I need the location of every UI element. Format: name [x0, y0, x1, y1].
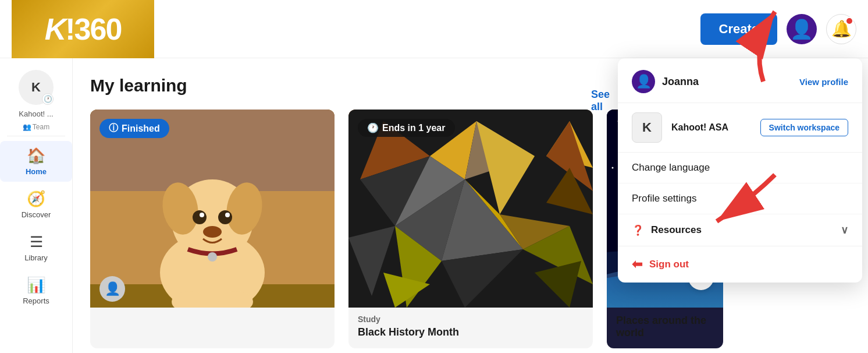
dropdown-header: 👤 Joanna View profile: [618, 58, 862, 103]
workspace-team: 👥 Team: [23, 123, 49, 131]
workspace-name: Kahoot! ASA: [671, 122, 751, 133]
switch-workspace-button[interactable]: Switch workspace: [760, 119, 848, 136]
card-2-category: Study: [358, 315, 584, 324]
dropdown-user-info: 👤 Joanna: [632, 70, 699, 93]
sign-out-icon: ⬅: [632, 257, 642, 272]
change-language-label: Change language: [632, 162, 710, 174]
puppy-svg: [90, 110, 335, 308]
sidebar-divider: [7, 136, 65, 136]
card-2-footer: Study Black History Month: [348, 308, 593, 348]
profile-settings-item[interactable]: Profile settings: [618, 183, 862, 214]
profile-settings-label: Profile settings: [632, 193, 697, 204]
svg-point-9: [200, 213, 204, 217]
create-button[interactable]: Create: [700, 13, 777, 45]
avatar-person-icon: 👤: [636, 74, 652, 89]
team-icon: 👥: [23, 123, 31, 131]
card-1-badge: ⓘ Finished: [99, 119, 169, 138]
resources-label: Resources: [651, 224, 702, 236]
svg-point-11: [203, 226, 222, 238]
card-1[interactable]: ⓘ Finished 👤: [90, 110, 335, 348]
logo[interactable]: K!360: [12, 0, 154, 58]
card-1-image: [90, 110, 335, 308]
resources-item[interactable]: ❓ Resources ∨: [618, 214, 862, 246]
card-2-badge: 🕐 Ends in 1 year: [358, 119, 455, 137]
svg-point-7: [193, 210, 207, 224]
dropdown-username: Joanna: [662, 76, 699, 88]
svg-point-10: [225, 213, 230, 217]
info-icon: ⓘ: [109, 122, 118, 135]
sign-out-item[interactable]: ⬅ Sign out: [618, 246, 862, 283]
card-3-footer: Places around the world: [607, 308, 723, 348]
card-2[interactable]: 🕐 Ends in 1 year Study Black History Mon…: [348, 110, 593, 348]
chevron-down-icon: ∨: [841, 224, 848, 236]
discover-icon: 🧭: [27, 190, 45, 208]
workspace-badge[interactable]: K 🕐: [19, 70, 54, 105]
header-right: Create 👤 🔔: [700, 13, 856, 45]
help-icon: ❓: [632, 224, 644, 236]
reports-icon: 📊: [27, 276, 45, 294]
library-label: Library: [24, 253, 48, 262]
workspace-section: K Kahoot! ASA Switch workspace: [618, 103, 862, 153]
origami-svg: [348, 110, 593, 308]
notification-badge: [845, 17, 853, 25]
card-2-name: Black History Month: [358, 326, 584, 338]
sidebar: K 🕐 Kahoot! ... 👥 Team 🏠 Home 🧭 Discover…: [0, 58, 73, 353]
workspace-initial: K: [31, 80, 41, 95]
clock-icon: 🕐: [367, 122, 379, 133]
header: K!360 Create 👤 🔔: [0, 0, 868, 58]
notifications-button[interactable]: 🔔: [826, 14, 856, 44]
library-icon: ☰: [30, 233, 43, 251]
sign-out-label: Sign out: [649, 259, 689, 270]
reports-label: Reports: [23, 296, 49, 305]
change-language-item[interactable]: Change language: [618, 153, 862, 183]
view-profile-link[interactable]: View profile: [799, 77, 848, 87]
resources-left: ❓ Resources: [632, 224, 702, 236]
dropdown-avatar-icon: 👤: [632, 70, 655, 93]
workspace-clock-icon: 🕐: [42, 93, 54, 105]
sidebar-item-library[interactable]: ☰ Library: [0, 227, 72, 268]
svg-point-8: [218, 210, 232, 224]
workspace-name: Kahoot! ...: [19, 110, 53, 118]
card-3-name: Places around the world: [616, 315, 714, 339]
home-icon: 🏠: [27, 147, 45, 165]
svg-point-14: [208, 252, 217, 262]
home-label: Home: [26, 167, 47, 176]
sidebar-item-discover[interactable]: 🧭 Discover: [0, 184, 72, 225]
sidebar-item-reports[interactable]: 📊 Reports: [0, 270, 72, 311]
logo-text: K!360: [45, 12, 122, 47]
user-avatar-button[interactable]: 👤: [787, 14, 817, 44]
workspace-info: Kahoot! ASA: [671, 122, 751, 133]
user-dropdown: 👤 Joanna View profile K Kahoot! ASA Swit…: [618, 58, 862, 283]
see-all-button[interactable]: See all: [591, 89, 610, 113]
user-avatar-icon: 👤: [790, 18, 813, 40]
discover-label: Discover: [22, 210, 51, 219]
team-label: Team: [33, 123, 49, 131]
sidebar-item-home[interactable]: 🏠 Home: [0, 141, 72, 182]
workspace-logo: K: [632, 112, 662, 143]
svg-point-44: [612, 167, 614, 169]
card-1-avatar: 👤: [99, 276, 125, 302]
card-2-image: [348, 110, 593, 308]
